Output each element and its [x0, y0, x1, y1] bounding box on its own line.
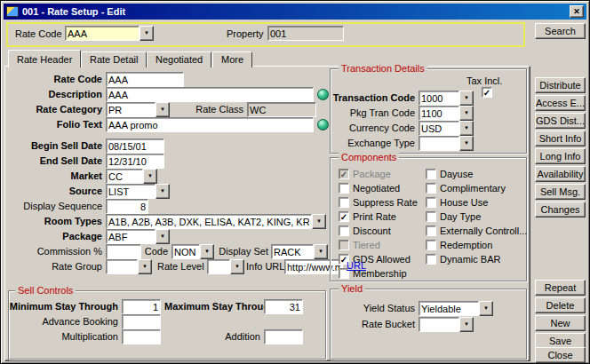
titlebar: 001 - Rate Setup - Edit ✕ — [4, 4, 586, 20]
checkbox-label: Day Type — [440, 211, 481, 222]
checkbox-print-rate[interactable]: ✓Print Rate — [339, 210, 396, 222]
checkbox-box — [339, 240, 349, 250]
yield-title: Yield — [339, 283, 365, 294]
checkbox-box — [426, 240, 436, 250]
close-button[interactable]: ✕ — [570, 5, 584, 18]
checkbox-box: ✓ — [339, 169, 349, 179]
checkbox-label: Suppress Rate — [353, 197, 418, 208]
checkbox-label: Redemption — [440, 240, 492, 250]
checkbox-label: House Use — [440, 197, 488, 208]
checkbox-negotiated[interactable]: Negotiated — [339, 182, 400, 194]
checkbox-suppress-rate[interactable]: Suppress Rate — [339, 196, 418, 208]
tab-more[interactable]: More — [212, 51, 252, 67]
checkbox-label: Discount — [353, 226, 391, 236]
changes-button[interactable]: Changes — [535, 202, 586, 218]
tab-rate-header[interactable]: Rate Header — [8, 50, 81, 67]
sell-controls-group — [8, 290, 326, 360]
checkbox-box — [426, 183, 436, 194]
distribute-button[interactable]: Distribute — [535, 77, 586, 93]
search-button[interactable]: Search — [535, 23, 586, 39]
gds-distribution-button[interactable]: GDS Dist... — [535, 113, 586, 129]
checkbox-externally-controlled[interactable]: Externally Controll... — [426, 225, 527, 236]
transaction-details-title: Transaction Details — [339, 63, 427, 74]
checkbox-dynamic-bar[interactable]: Dynamic BAR — [426, 253, 500, 265]
checkbox-label: Dynamic BAR — [440, 254, 500, 265]
checkbox-package[interactable]: ✓Package — [339, 168, 391, 179]
checkbox-box: ✓ — [339, 211, 349, 222]
checkbox-label: Externally Controll... — [440, 226, 527, 236]
repeat-button[interactable]: Repeat — [535, 280, 586, 296]
new-button[interactable]: New — [535, 315, 586, 331]
checkbox-box — [339, 226, 349, 236]
checkbox-box — [426, 254, 436, 265]
checkbox-house-use[interactable]: House Use — [426, 196, 488, 208]
rate-setup-window: 001 - Rate Setup - Edit ✕ Rate Code ▼ Pr… — [0, 0, 590, 364]
topbar-property-label: Property — [227, 28, 264, 40]
checkbox-day-type[interactable]: Day Type — [426, 210, 481, 222]
close-icon: ✕ — [573, 7, 580, 16]
yield-group — [330, 289, 527, 360]
checkbox-label: Negotiated — [353, 183, 400, 194]
checkbox-label: Print Rate — [353, 211, 396, 222]
checkbox-label: Tiered — [353, 240, 380, 250]
transaction-details-group — [330, 68, 527, 154]
url-link[interactable]: URL — [347, 260, 366, 271]
delete-button[interactable]: Delete — [535, 297, 586, 313]
checkbox-box — [426, 211, 436, 222]
components-title: Components — [339, 152, 399, 162]
checkbox-tiered[interactable]: Tiered — [339, 239, 380, 250]
topbar-rate-code-input[interactable] — [65, 26, 140, 41]
access-exceptions-button[interactable]: Access E... — [535, 95, 586, 111]
chevron-down-icon: ▼ — [140, 27, 153, 40]
checkbox-box — [426, 226, 436, 236]
checkbox-dayuse[interactable]: Dayuse — [426, 168, 473, 179]
tab-negotiated[interactable]: Negotiated — [147, 51, 211, 67]
topbar-rate-code-label: Rate Code — [15, 28, 62, 40]
checkbox-box — [426, 169, 436, 179]
topbar-rate-code-dropdown-button[interactable]: ▼ — [140, 26, 154, 41]
availability-button[interactable]: Availability — [535, 166, 586, 182]
short-info-button[interactable]: Short Info — [535, 131, 586, 146]
checkbox-box — [426, 197, 436, 208]
window-title: 001 - Rate Setup - Edit — [22, 6, 566, 17]
checkbox-redemption[interactable]: Redemption — [426, 239, 492, 250]
checkbox-label: Package — [353, 169, 391, 179]
tax-incl-checkbox[interactable]: ✓ — [482, 87, 492, 98]
checkbox-label: Dayuse — [440, 169, 473, 179]
long-info-button[interactable]: Long Info — [535, 148, 586, 164]
checkbox-box — [339, 183, 349, 194]
sell-controls-title: Sell Controls — [15, 285, 76, 296]
checkbox-complimentary[interactable]: Complimentary — [426, 182, 506, 194]
checkbox-label: Complimentary — [440, 183, 506, 194]
checkbox-discount[interactable]: Discount — [339, 225, 391, 236]
app-icon — [6, 6, 19, 17]
sell-msg-button[interactable]: Sell Msg. — [535, 184, 586, 200]
tab-rate-detail[interactable]: Rate Detail — [81, 51, 147, 67]
close-button-bottom[interactable]: Close — [535, 347, 586, 363]
topbar-property-value — [267, 26, 344, 41]
checkbox-box — [339, 197, 349, 208]
